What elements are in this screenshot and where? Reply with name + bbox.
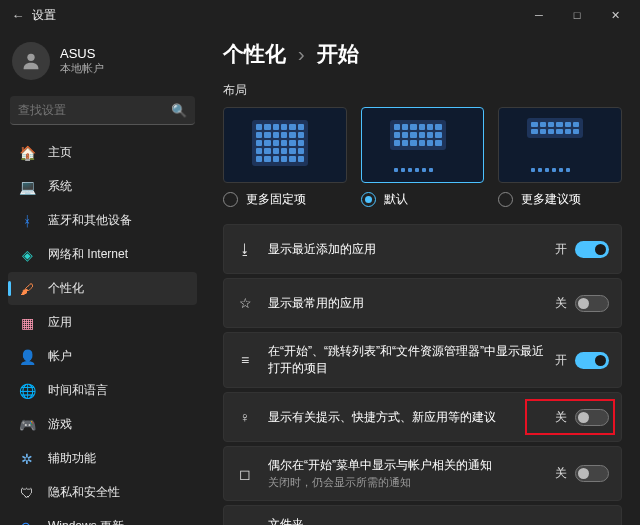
setting-title: 偶尔在“开始”菜单中显示与帐户相关的通知 — [268, 457, 555, 474]
sidebar-item-label: 应用 — [48, 314, 72, 331]
setting-title: 在“开始”、“跳转列表”和“文件资源管理器”中显示最近打开的项目 — [268, 343, 555, 377]
sidebar-item-system[interactable]: 💻系统 — [8, 170, 197, 203]
folders-card[interactable]: 🗀 文件夹 这些文件夹显示在电源按钮旁边的“开始”菜单上 〉 — [223, 505, 622, 525]
sidebar-item-label: 隐私和安全性 — [48, 484, 120, 501]
layout-option[interactable]: 更多建议项 — [498, 107, 622, 208]
radio-button[interactable] — [498, 192, 513, 207]
toggle-switch[interactable] — [575, 352, 609, 369]
minimize-button[interactable]: ─ — [520, 0, 558, 30]
layout-thumb[interactable] — [498, 107, 622, 183]
radio-button[interactable] — [361, 192, 376, 207]
star-icon: ☆ — [236, 294, 254, 312]
sidebar-item-network[interactable]: ◈网络和 Internet — [8, 238, 197, 271]
toggle-state: 开 — [555, 241, 567, 258]
sidebar-item-time-language[interactable]: 🌐时间和语言 — [8, 374, 197, 407]
setting-card: ♀ 显示有关提示、快捷方式、新应用等的建议 关 — [223, 392, 622, 442]
toggle-switch[interactable] — [575, 465, 609, 482]
sidebar-item-label: 个性化 — [48, 280, 84, 297]
toggle-switch[interactable] — [575, 295, 609, 312]
layout-option[interactable]: 默认 — [361, 107, 485, 208]
layout-option-label: 更多建议项 — [521, 191, 581, 208]
toggle-state: 关 — [555, 409, 567, 426]
setting-card: ⭳ 显示最近添加的应用 开 — [223, 224, 622, 274]
layout-option-label: 更多固定项 — [246, 191, 306, 208]
setting-title: 显示有关提示、快捷方式、新应用等的建议 — [268, 409, 555, 426]
setting-title: 显示最常用的应用 — [268, 295, 555, 312]
layout-option-label: 默认 — [384, 191, 408, 208]
sidebar-item-home[interactable]: 🏠主页 — [8, 136, 197, 169]
home-icon: 🏠 — [18, 144, 36, 162]
windows-update-icon: ⟳ — [18, 518, 36, 526]
sidebar-item-label: 时间和语言 — [48, 382, 108, 399]
sidebar-item-accounts[interactable]: 👤帐户 — [8, 340, 197, 373]
gaming-icon: 🎮 — [18, 416, 36, 434]
sidebar-item-accessibility[interactable]: ✲辅助功能 — [8, 442, 197, 475]
sidebar-item-bluetooth[interactable]: ᚼ蓝牙和其他设备 — [8, 204, 197, 237]
setting-sub: 关闭时，仍会显示所需的通知 — [268, 476, 555, 490]
sidebar-item-label: 游戏 — [48, 416, 72, 433]
personalization-icon: 🖌 — [18, 280, 36, 298]
back-button[interactable]: ← — [6, 8, 30, 23]
layout-label: 布局 — [223, 82, 622, 99]
search-box[interactable]: 🔍 — [10, 96, 195, 125]
search-input[interactable] — [18, 103, 171, 117]
toggle-state: 开 — [555, 352, 567, 369]
sidebar-item-label: 蓝牙和其他设备 — [48, 212, 132, 229]
network-icon: ◈ — [18, 246, 36, 264]
breadcrumb: 个性化 › 开始 — [223, 40, 622, 68]
sidebar-item-personalization[interactable]: 🖌个性化 — [8, 272, 197, 305]
sidebar-item-label: 主页 — [48, 144, 72, 161]
accessibility-icon: ✲ — [18, 450, 36, 468]
folders-title: 文件夹 — [268, 516, 589, 525]
sidebar-item-label: 系统 — [48, 178, 72, 195]
radio-button[interactable] — [223, 192, 238, 207]
breadcrumb-current: 开始 — [317, 42, 359, 65]
search-icon: 🔍 — [171, 103, 187, 118]
sidebar-item-apps[interactable]: ▦应用 — [8, 306, 197, 339]
sidebar-item-label: 辅助功能 — [48, 450, 96, 467]
apps-icon: ▦ — [18, 314, 36, 332]
time-language-icon: 🌐 — [18, 382, 36, 400]
chevron-right-icon: › — [298, 42, 305, 65]
sidebar-item-gaming[interactable]: 🎮游戏 — [8, 408, 197, 441]
account-type: 本地帐户 — [60, 61, 104, 76]
breadcrumb-parent[interactable]: 个性化 — [223, 42, 286, 65]
privacy-icon: 🛡 — [18, 484, 36, 502]
bluetooth-icon: ᚼ — [18, 212, 36, 230]
account-name: ASUS — [60, 46, 104, 61]
notification-icon: ◻ — [236, 465, 254, 483]
toggle-state: 关 — [555, 465, 567, 482]
setting-card: ☆ 显示最常用的应用 关 — [223, 278, 622, 328]
sidebar-item-label: 帐户 — [48, 348, 72, 365]
account-block[interactable]: ASUS 本地帐户 — [6, 36, 199, 92]
accounts-icon: 👤 — [18, 348, 36, 366]
sidebar-item-privacy[interactable]: 🛡隐私和安全性 — [8, 476, 197, 509]
avatar — [12, 42, 50, 80]
sidebar-item-label: 网络和 Internet — [48, 246, 128, 263]
list-icon: ≡ — [236, 351, 254, 369]
svg-point-0 — [27, 54, 34, 61]
toggle-switch[interactable] — [575, 409, 609, 426]
toggle-state: 关 — [555, 295, 567, 312]
setting-title: 显示最近添加的应用 — [268, 241, 555, 258]
toggle-switch[interactable] — [575, 241, 609, 258]
close-button[interactable]: ✕ — [596, 0, 634, 30]
maximize-button[interactable]: □ — [558, 0, 596, 30]
setting-card: ≡ 在“开始”、“跳转列表”和“文件资源管理器”中显示最近打开的项目 开 — [223, 332, 622, 388]
system-icon: 💻 — [18, 178, 36, 196]
sidebar-item-windows-update[interactable]: ⟳Windows 更新 — [8, 510, 197, 525]
sidebar-item-label: Windows 更新 — [48, 518, 124, 525]
layout-option[interactable]: 更多固定项 — [223, 107, 347, 208]
setting-card: ◻ 偶尔在“开始”菜单中显示与帐户相关的通知关闭时，仍会显示所需的通知 关 — [223, 446, 622, 501]
download-icon: ⭳ — [236, 240, 254, 258]
layout-thumb[interactable] — [361, 107, 485, 183]
layout-thumb[interactable] — [223, 107, 347, 183]
app-title: 设置 — [32, 7, 520, 24]
lightbulb-icon: ♀ — [236, 408, 254, 426]
